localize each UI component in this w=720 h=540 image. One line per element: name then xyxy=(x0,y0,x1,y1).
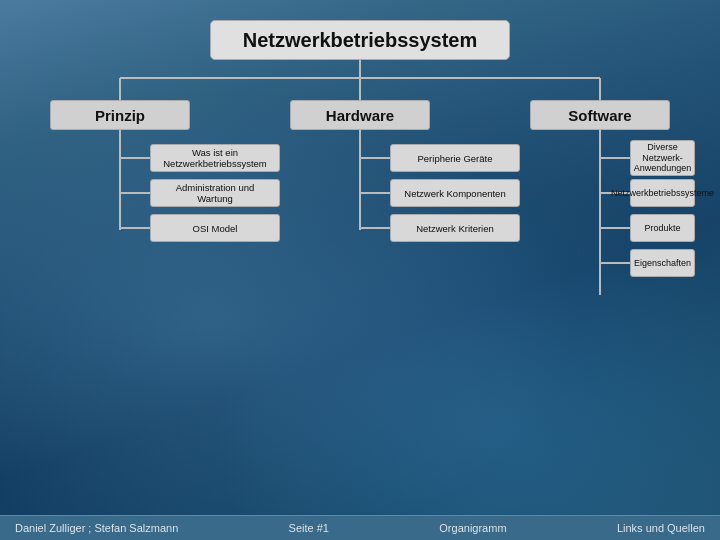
prinzip-item-1: Administration und Wartung xyxy=(150,179,280,207)
software-item-3: Eigenschaften xyxy=(630,249,695,277)
hardware-item-1: Netzwerk Komponenten xyxy=(390,179,520,207)
page-container: Netzwerkbetriebssystem Prinzip Was ist e… xyxy=(0,0,720,540)
software-item-0: Diverse Netzwerk- Anwendungen xyxy=(630,140,695,176)
footer-links: Links und Quellen xyxy=(617,522,705,534)
connector-svg xyxy=(20,10,700,380)
section-hardware: Hardware xyxy=(290,100,430,130)
hardware-item-2: Netzwerk Kriterien xyxy=(390,214,520,242)
footer: Daniel Zulliger ; Stefan Salzmann Seite … xyxy=(0,515,720,540)
hardware-item-0: Peripherie Geräte xyxy=(390,144,520,172)
section-prinzip: Prinzip xyxy=(50,100,190,130)
footer-organigramm: Organigramm xyxy=(439,522,506,534)
software-item-1: Netzwerkbetriebssysteme xyxy=(630,179,695,207)
title-box: Netzwerkbetriebssystem xyxy=(210,20,510,60)
prinzip-item-0: Was ist ein Netzwerkbetriebssystem xyxy=(150,144,280,172)
section-software: Software xyxy=(530,100,670,130)
footer-author: Daniel Zulliger ; Stefan Salzmann xyxy=(15,522,178,534)
footer-page: Seite #1 xyxy=(289,522,329,534)
diagram-area: Netzwerkbetriebssystem Prinzip Was ist e… xyxy=(20,10,700,380)
diagram-content: Netzwerkbetriebssystem Prinzip Was ist e… xyxy=(20,10,700,380)
software-item-2: Produkte xyxy=(630,214,695,242)
prinzip-item-2: OSI Model xyxy=(150,214,280,242)
